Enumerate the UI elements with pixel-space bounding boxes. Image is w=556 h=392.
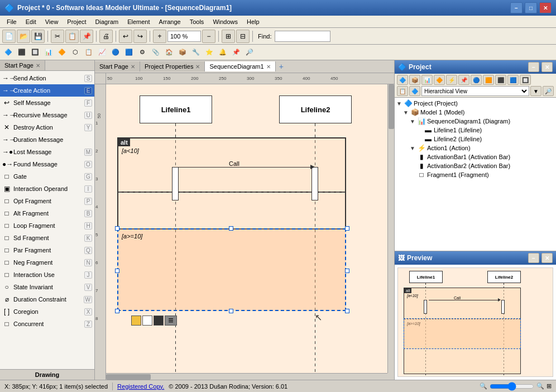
h-scroll-thumb[interactable] xyxy=(106,374,151,380)
tb2-btn-13[interactable]: 🏠 xyxy=(163,46,175,59)
menu-element[interactable]: Element xyxy=(123,17,154,26)
tab-close-start[interactable]: ✕ xyxy=(36,63,40,69)
tree-item[interactable]: ▼ 🔷 Project (Project) xyxy=(396,99,555,108)
lifeline1-box[interactable]: Lifeline1 xyxy=(140,95,212,123)
proj-tb-9[interactable]: ⬛ xyxy=(495,75,506,85)
proj-search[interactable]: 🔎 xyxy=(543,86,554,96)
toolbox-item-opt-fragment[interactable]: □ Opt Fragment P xyxy=(0,195,94,207)
menu-arrange[interactable]: Arrange xyxy=(155,17,185,26)
cut-button[interactable]: ✂ xyxy=(51,30,64,43)
tree-item[interactable]: ▼ 📦 Model 1 (Model) xyxy=(396,108,555,117)
find-input[interactable] xyxy=(275,31,330,42)
tb2-btn-8[interactable]: 📈 xyxy=(96,46,108,59)
toolbox-item-loop-fragment[interactable]: □ Loop Fragment H xyxy=(0,219,94,232)
menu-windows[interactable]: Windows xyxy=(208,17,242,26)
project-panel-minimize[interactable]: − xyxy=(528,62,539,72)
toolbox-item-create-action[interactable]: →→ Create Action E xyxy=(0,84,94,97)
menu-file[interactable]: File xyxy=(2,17,21,26)
sel-handle-tr[interactable] xyxy=(345,226,349,231)
tb2-btn-7[interactable]: 📋 xyxy=(83,46,95,59)
proj-tb-8[interactable]: 🟧 xyxy=(483,75,494,85)
zoom-in-button[interactable]: + xyxy=(153,30,166,43)
save-button[interactable]: 💾 xyxy=(31,30,45,43)
horizontal-scrollbar[interactable] xyxy=(95,373,387,380)
tab-project-properties[interactable]: Project Properties ✕ xyxy=(140,61,205,71)
toolbox-item-destroy-action[interactable]: ✕ Destroy Action Y xyxy=(0,121,94,133)
toolbox-item-found-message[interactable]: ●→ Found Message O xyxy=(0,158,94,170)
toolbox-item-self-message[interactable]: ↩ Self Message F xyxy=(0,97,94,109)
open-button[interactable]: 📂 xyxy=(17,30,30,43)
proj-filter[interactable]: ▼ xyxy=(530,86,541,96)
swatch-yellow[interactable] xyxy=(131,315,141,326)
sel-handle-bm[interactable] xyxy=(229,309,233,313)
toolbox-item-coregion[interactable]: [ ] Coregion X xyxy=(0,305,94,318)
zoom-input[interactable]: 100 % xyxy=(167,31,201,42)
zoom-slider[interactable] xyxy=(490,382,534,391)
menu-help[interactable]: Help xyxy=(242,17,264,26)
tb2-btn-2[interactable]: ⬛ xyxy=(16,46,28,59)
tb2-btn-4[interactable]: 📊 xyxy=(42,46,55,59)
close-button[interactable]: ✕ xyxy=(539,2,552,13)
tb2-btn-16[interactable]: ⭐ xyxy=(203,46,215,59)
tb2-btn-17[interactable]: 🔔 xyxy=(217,46,229,59)
proj-tb-11[interactable]: 🔲 xyxy=(520,75,531,85)
maximize-button[interactable]: □ xyxy=(525,2,537,13)
sel-handle-tl[interactable] xyxy=(115,226,119,231)
new-button[interactable]: 📄 xyxy=(2,30,16,43)
activation-bar-1[interactable] xyxy=(172,167,179,200)
toolbox-item-lost-message[interactable]: →● Lost Message M xyxy=(0,146,94,158)
minimize-button[interactable]: − xyxy=(510,2,523,13)
toolbox-item-sd-fragment[interactable]: □ Sd Fragment K xyxy=(0,232,94,244)
grid-button[interactable]: ⊟ xyxy=(236,30,250,43)
proj-tb-3[interactable]: 📊 xyxy=(421,75,433,85)
toolbox-item-duration-constraint[interactable]: ⌀ Duration Constraint W xyxy=(0,293,94,305)
tb2-btn-10[interactable]: 🟦 xyxy=(123,46,135,59)
toolbox-item-interaction-operand[interactable]: ▣ Interaction Operand I xyxy=(0,183,94,195)
add-tab-button[interactable]: + xyxy=(276,60,287,73)
undo-button[interactable]: ↩ xyxy=(119,30,132,43)
toolbox-item-interaction-use[interactable]: □ Interaction Use J xyxy=(0,269,94,281)
print-button[interactable]: 🖨 xyxy=(99,30,113,43)
swatch-white[interactable] xyxy=(142,315,152,326)
tree-item[interactable]: ▮ ActivationBar2 (Activation Bar) xyxy=(396,161,555,170)
close-seq-tab[interactable]: ✕ xyxy=(266,64,271,70)
swatch-dark[interactable] xyxy=(154,315,164,326)
lifeline2-box[interactable]: Lifeline2 xyxy=(279,95,352,123)
tree-item[interactable]: ▮ ActivationBar1 (Activation Bar) xyxy=(396,152,555,161)
canvas-area[interactable]: 50 100 150 200 250 300 350 400 450 50 1 … xyxy=(95,73,394,380)
proj-tb-6[interactable]: 📌 xyxy=(458,75,469,85)
proj-tb-1[interactable]: 🔷 xyxy=(397,75,408,85)
tree-item[interactable]: ▬ Lifeline1 (Lifeline) xyxy=(396,126,555,135)
tb2-btn-14[interactable]: 📦 xyxy=(176,46,189,59)
toolbox-item-par-fragment[interactable]: □ Par Fragment Q xyxy=(0,244,94,256)
sel-handle-br[interactable] xyxy=(345,309,349,313)
project-panel-close[interactable]: ✕ xyxy=(541,62,553,72)
tree-item[interactable]: ▬ Lifeline2 (Lifeline) xyxy=(396,135,555,144)
copy-button[interactable]: 📋 xyxy=(65,30,79,43)
menu-tools[interactable]: Tools xyxy=(185,17,209,26)
proj-tb-7[interactable]: 🔵 xyxy=(471,75,482,85)
view-select[interactable]: Hierarchical View xyxy=(421,86,529,96)
tab-start-page[interactable]: Start Page ✕ xyxy=(0,60,45,70)
toolbox-item-recursive-message[interactable]: →→ Recursive Message U xyxy=(0,109,94,121)
toolbox-item-state-invariant[interactable]: ○ State Invariant V xyxy=(0,281,94,293)
preview-minimize[interactable]: − xyxy=(528,253,539,263)
vertical-scrollbar[interactable] xyxy=(387,73,394,373)
menu-edit[interactable]: Edit xyxy=(21,17,41,26)
project-tree[interactable]: ▼ 🔷 Project (Project) ▼ 📦 Model 1 (Model… xyxy=(395,98,556,251)
zoom-out-button[interactable]: − xyxy=(202,30,215,43)
tab-start-page-diagram[interactable]: Start Page ✕ xyxy=(95,61,140,71)
proj-tb-10[interactable]: 🟦 xyxy=(507,75,519,85)
toolbox-item-concurrent[interactable]: □ Concurrent Z xyxy=(0,318,94,330)
tb2-btn-15[interactable]: 🔧 xyxy=(190,46,202,59)
close-proj-tab[interactable]: ✕ xyxy=(195,64,200,70)
toolbox-item-neg-fragment[interactable]: □ Neg Fragment N xyxy=(0,256,94,269)
sel-handle-ml[interactable] xyxy=(115,269,119,273)
menu-project[interactable]: Project xyxy=(63,17,90,26)
toolbox-item-send-action[interactable]: →→ Send Action S xyxy=(0,72,94,84)
tree-item[interactable]: □ Fragment1 (Fragment) xyxy=(396,170,555,179)
menu-diagram[interactable]: Diagram xyxy=(91,17,123,26)
menu-view[interactable]: View xyxy=(41,17,63,26)
tree-item[interactable]: ▼ ⚡ Action1 (Action) xyxy=(396,144,555,152)
proj-tb-4[interactable]: 🔶 xyxy=(434,75,445,85)
